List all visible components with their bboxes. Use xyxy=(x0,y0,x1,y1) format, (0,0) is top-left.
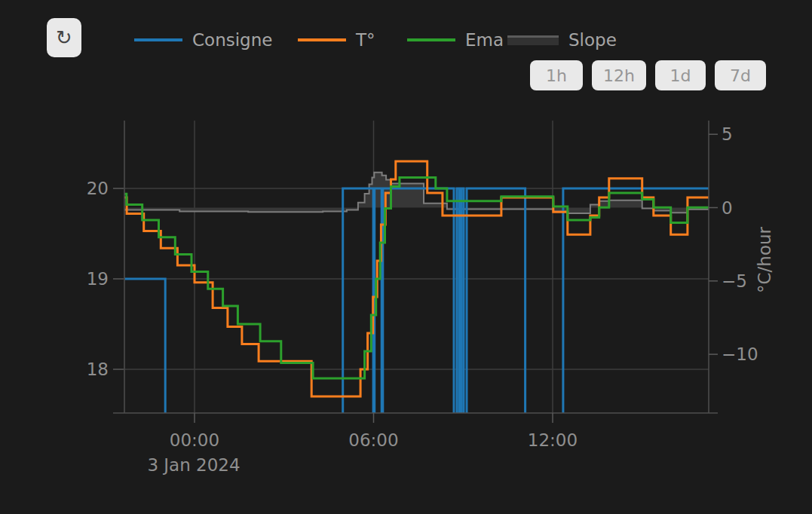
svg-text:3 Jan 2024: 3 Jan 2024 xyxy=(147,455,240,475)
range-button-1d[interactable]: 1d xyxy=(655,60,706,90)
svg-text:00:00: 00:00 xyxy=(170,430,219,450)
svg-text:−5: −5 xyxy=(722,271,747,291)
range-button-12h[interactable]: 12h xyxy=(592,60,646,90)
legend-swatch-consigne-line xyxy=(134,38,182,41)
legend-swatch-temperature-line xyxy=(298,38,346,41)
chart-app: { "app": {"background": "#1b1b1b"}, "too… xyxy=(0,0,812,514)
legend-label-slope: Slope xyxy=(568,30,617,50)
legend-label-temperature: T° xyxy=(356,30,375,50)
svg-text:18: 18 xyxy=(87,359,109,379)
range-button-group: 1h 12h 1d 7d xyxy=(530,60,766,90)
legend-item-temperature[interactable]: T° xyxy=(298,29,375,51)
legend-item-ema[interactable]: Ema xyxy=(407,29,504,51)
range-button-7d[interactable]: 7d xyxy=(715,60,766,90)
svg-text:20: 20 xyxy=(87,179,109,198)
svg-text:0: 0 xyxy=(722,198,733,218)
legend-swatch-slope-bar xyxy=(507,35,559,45)
legend-label-ema: Ema xyxy=(465,30,504,50)
legend-item-consigne[interactable]: Consigne xyxy=(134,29,272,51)
svg-text:°C/hour: °C/hour xyxy=(755,226,774,293)
chart-legend: Consigne T° Ema Slope xyxy=(0,29,812,51)
range-button-1h[interactable]: 1h xyxy=(530,60,583,90)
legend-label-consigne: Consigne xyxy=(192,30,272,50)
legend-item-slope[interactable]: Slope xyxy=(507,29,617,51)
svg-text:06:00: 06:00 xyxy=(348,430,398,450)
svg-text:19: 19 xyxy=(87,269,109,289)
svg-text:5: 5 xyxy=(722,124,733,144)
svg-text:−10: −10 xyxy=(722,344,758,364)
svg-text:12:00: 12:00 xyxy=(528,430,578,450)
legend-swatch-ema-line xyxy=(407,38,455,41)
